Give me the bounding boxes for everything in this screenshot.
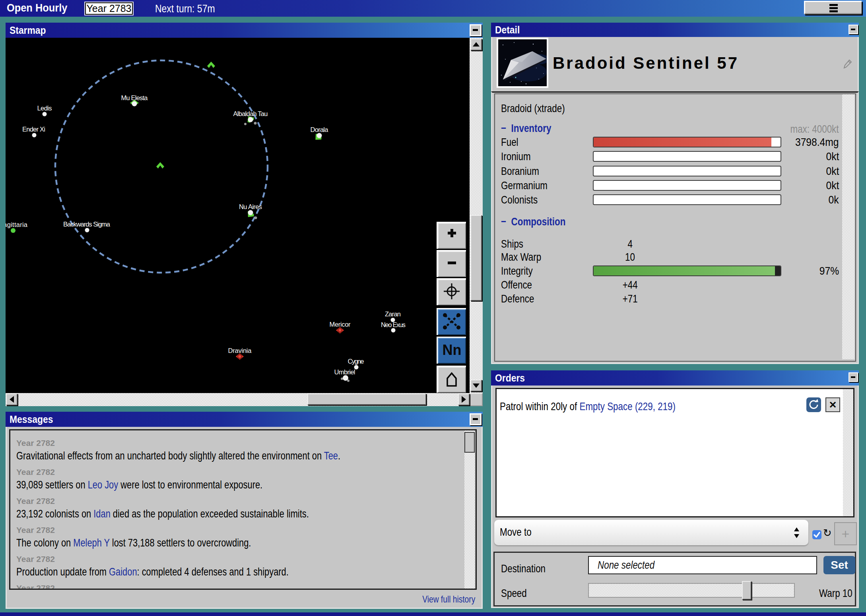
svg-text:Mericor: Mericor <box>330 321 351 328</box>
svg-text:Albaldah Tau: Albaldah Tau <box>233 110 268 117</box>
svg-text:Backwards Sigma: Backwards Sigma <box>63 221 111 228</box>
svg-text:Ender Xi: Ender Xi <box>22 126 45 133</box>
svg-text:Dravinia: Dravinia <box>228 347 252 354</box>
svg-text:Neo Exus: Neo Exus <box>381 321 406 328</box>
svg-text:Mu Elesta: Mu Elesta <box>121 94 148 101</box>
svg-text:Ledis: Ledis <box>37 105 52 112</box>
svg-text:Sagittaria: Sagittaria <box>6 221 28 228</box>
svg-text:Zaran: Zaran <box>385 310 401 318</box>
svg-text:Cygne: Cygne <box>348 358 364 365</box>
svg-text:Dorala: Dorala <box>311 126 329 133</box>
svg-text:Nu Aires: Nu Aires <box>239 203 262 210</box>
svg-text:Umbriel: Umbriel <box>334 368 355 376</box>
